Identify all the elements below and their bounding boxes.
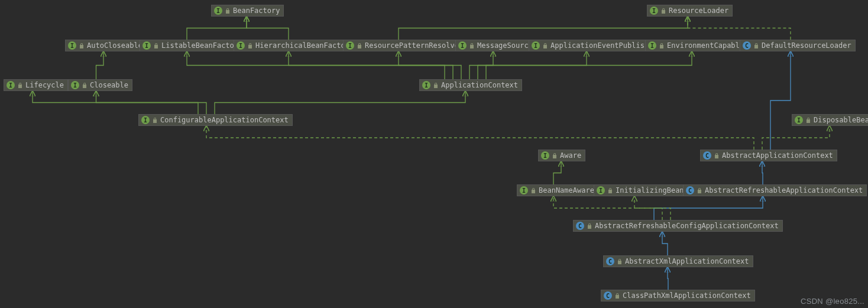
class-icon: C [743,41,751,50]
edge-AbstractXmlApplicationContext-AbstractRefreshableConfigApplicationContext [662,232,668,255]
edge-AbstractRefreshableApplicationContext-AbstractApplicationContext [762,161,763,184]
interface-icon: I [142,41,151,50]
lock-icon [18,83,22,88]
interface-icon: I [458,41,467,50]
node-ListableBeanFactory[interactable]: IListableBeanFactory [140,40,247,51]
class-icon: C [576,222,584,230]
node-ResourcePatternResolver[interactable]: IResourcePatternResolver [343,40,467,51]
interface-icon: I [520,186,528,194]
lock-icon [433,83,438,88]
node-ResourceLoader[interactable]: IResourceLoader [647,5,733,17]
node-label: AbstractApplicationContext [722,151,833,160]
lock-icon [754,43,759,48]
node-label: BeanNameAware [539,186,594,194]
interface-icon: I [237,41,245,50]
watermark: CSDN @leo825... [801,297,864,306]
node-label: ApplicationEventPublisher [550,41,658,50]
edge-AbstractRefreshableConfigApplicationContext-BeanNameAware [553,196,662,220]
edge-ApplicationContext-ListableBeanFactory [187,51,445,79]
lock-icon [552,153,557,158]
interface-icon: I [597,186,605,194]
lock-icon [587,223,592,229]
node-label: ConfigurableApplicationContext [160,116,289,124]
node-Closeable[interactable]: ICloseable [68,79,132,91]
lock-icon [697,188,702,193]
node-HierarchicalBeanFactory[interactable]: IHierarchicalBeanFactory [234,40,358,51]
class-icon: C [604,291,612,300]
node-Aware[interactable]: IAware [538,150,585,161]
lock-icon [659,43,664,48]
edge-AbstractApplicationContext-ConfigurableApplicationContext [206,126,754,150]
node-AutoCloseable[interactable]: IAutoCloseable [65,40,147,51]
node-label: Closeable [90,81,128,89]
lock-icon [248,43,252,48]
lock-icon [806,118,811,123]
node-label: Aware [560,151,581,160]
class-icon: C [703,151,711,160]
node-label: DefaultResourceLoader [762,41,851,50]
interface-icon: I [795,116,803,124]
interface-icon: I [532,41,540,50]
lock-icon [615,293,620,299]
node-ApplicationContext[interactable]: IApplicationContext [419,79,522,91]
edge-AbstractRefreshableConfigApplicationContext-AbstractRefreshableApplicationContext [654,196,763,220]
node-label: InitializingBean [616,186,684,194]
lock-icon [79,43,84,48]
node-label: AbstractRefreshableConfigApplicationCont… [595,222,779,230]
edge-Closeable-AutoCloseable [96,51,104,79]
edge-ApplicationContext-EnvironmentCapable [486,51,692,79]
edge-ApplicationContext-HierarchicalBeanFactory [289,51,453,79]
interface-icon: I [422,81,430,89]
edge-ResourcePatternResolver-ResourceLoader [399,17,688,40]
node-InitializingBean[interactable]: IInitializingBean [594,184,688,196]
node-ClassPathXmlApplicationContext[interactable]: CClassPathXmlApplicationContext [601,290,755,301]
class-icon: C [606,257,614,265]
node-DefaultResourceLoader[interactable]: CDefaultResourceLoader [740,40,856,51]
node-label: ApplicationContext [441,81,518,89]
interface-icon: I [141,116,150,124]
interface-icon: I [541,151,549,160]
interface-icon: I [648,41,656,50]
node-Lifecycle[interactable]: ILifecycle [4,79,68,91]
lock-icon [543,43,548,48]
node-BeanFactory[interactable]: IBeanFactory [211,5,284,17]
diagram-canvas: CSDN @leo825... IBeanFactoryIResourceLoa… [0,0,868,308]
node-ConfigurableApplicationContext[interactable]: IConfigurableApplicationContext [138,114,293,126]
interface-icon: I [650,7,658,15]
lock-icon [357,43,362,48]
lock-icon [714,153,719,158]
edge-AbstractApplicationContext-DefaultResourceLoader [770,51,791,150]
interface-icon: I [71,81,79,89]
node-label: BeanFactory [233,7,280,15]
lock-icon [469,43,474,48]
interface-icon: I [346,41,354,50]
edge-BeanNameAware-Aware [553,161,561,184]
node-label: AbstractRefreshableApplicationContext [705,186,863,194]
node-AbstractRefreshableApplicationContext[interactable]: CAbstractRefreshableApplicationContext [683,184,867,196]
edge-ApplicationContext-ApplicationEventPublisher [478,51,587,79]
node-MessageSource[interactable]: IMessageSource [455,40,537,51]
node-label: DisposableBean [814,116,868,124]
node-label: EnvironmentCapable [667,41,744,50]
node-DisposableBean[interactable]: IDisposableBean [792,114,868,126]
node-AbstractXmlApplicationContext[interactable]: CAbstractXmlApplicationContext [603,255,753,267]
node-label: ResourcePatternResolver [365,41,463,50]
edge-DefaultResourceLoader-ResourceLoader [688,17,791,40]
node-label: ResourceLoader [669,7,728,15]
edge-AbstractApplicationContext-DisposableBean [762,126,830,150]
lock-icon [531,188,536,193]
lock-icon [608,188,613,193]
interface-icon: I [214,7,222,15]
node-AbstractApplicationContext[interactable]: CAbstractApplicationContext [700,150,837,161]
edge-ListableBeanFactory-BeanFactory [187,17,247,40]
interface-icon: I [7,81,15,89]
edge-AbstractRefreshableConfigApplicationContext-InitializingBean [634,196,671,220]
node-AbstractRefreshableConfigApplicationContext[interactable]: CAbstractRefreshableConfigApplicationCon… [573,220,783,232]
node-label: AutoCloseable [87,41,142,50]
node-ApplicationEventPublisher[interactable]: IApplicationEventPublisher [529,40,662,51]
lock-icon [154,43,158,48]
node-EnvironmentCapable[interactable]: IEnvironmentCapable [645,40,748,51]
class-icon: C [686,186,694,194]
node-BeanNameAware[interactable]: IBeanNameAware [517,184,598,196]
edge-ConfigurableApplicationContext-Lifecycle [33,91,198,114]
